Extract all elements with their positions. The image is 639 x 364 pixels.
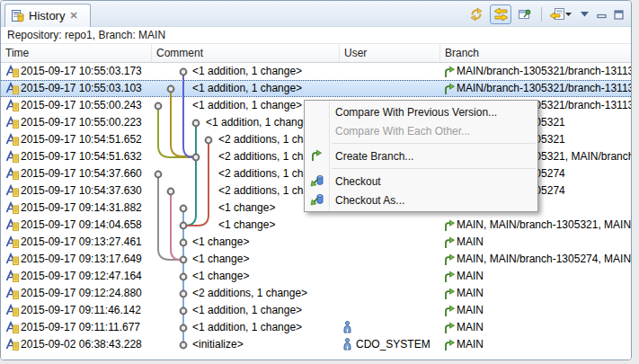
table-row[interactable]: 2015-09-02 06:38:43.228<initialize>CDO_S… (1, 336, 631, 353)
menu-item-label: Checkout As... (335, 194, 404, 207)
checkout-icon (310, 174, 324, 187)
branch-cell: MAIN (457, 304, 484, 316)
time-cell: 2015-09-17 10:55:03.173 (21, 65, 142, 77)
comment-cell: <1 addition, 1 change> (206, 116, 315, 129)
person-icon (343, 338, 351, 351)
comment-cell: <1 change> (192, 235, 249, 248)
branch-icon (443, 66, 455, 78)
commit-icon (5, 116, 19, 129)
comment-cell: <1 change> (218, 201, 275, 214)
table-row[interactable]: 2015-09-17 09:13:27.461<1 change>MAIN (1, 234, 631, 251)
branch-icon (443, 322, 455, 334)
menu-item-checkout-as[interactable]: Checkout As... (305, 191, 537, 209)
maximize-icon[interactable] (611, 4, 626, 24)
branch-cell: MAIN (457, 338, 484, 351)
column-header-comment[interactable]: Comment (152, 44, 340, 62)
commit-icon (5, 338, 19, 351)
time-cell: 2015-09-17 10:54:37.630 (21, 184, 142, 197)
menu-item-label: Checkout (335, 175, 381, 188)
table-row[interactable]: 2015-09-17 09:14:04.658<1 change>MAIN, M… (1, 217, 631, 234)
table-header: TimeCommentUserBranch (1, 43, 631, 63)
branch-cell: MAIN, MAIN/branch-1305321, MAIN, (457, 218, 631, 231)
refresh-icon[interactable] (466, 4, 487, 24)
column-header-time[interactable]: Time (1, 44, 152, 62)
menu-item-compare-with-previous-version[interactable]: Compare With Previous Version... (305, 102, 537, 121)
branch-cell: MAIN, MAIN/branch-1305274, MAIN, (457, 253, 631, 265)
time-cell: 2015-09-17 09:13:17.649 (21, 253, 142, 265)
time-cell: 2015-09-17 09:13:27.461 (21, 235, 142, 248)
pin-view-icon[interactable] (514, 4, 536, 24)
branch-icon (443, 236, 455, 249)
time-cell: 2015-09-02 06:38:43.228 (21, 338, 142, 351)
column-header-branch[interactable]: Branch (440, 44, 631, 62)
column-header-user[interactable]: User (340, 44, 440, 62)
table-row[interactable]: 2015-09-17 09:11:46.142<1 addition, 1 ch… (1, 302, 631, 319)
branch-icon (443, 339, 455, 351)
commit-icon (5, 218, 19, 232)
commit-icon (5, 201, 19, 215)
filter-menu-icon[interactable] (547, 4, 574, 24)
branch-icon (310, 149, 322, 162)
person-icon (343, 321, 351, 333)
comment-cell: <initialize> (192, 338, 244, 351)
menu-item-create-branch[interactable]: Create Branch... (305, 146, 537, 165)
toolbar-separator (541, 7, 542, 22)
table-row[interactable]: 2015-09-17 09:13:17.649<1 change>MAIN, M… (1, 251, 631, 268)
comment-cell: <2 additions, 1 change> (192, 287, 307, 299)
menu-item-checkout[interactable]: Checkout (305, 172, 537, 191)
comment-cell: <1 addition, 1 change> (192, 304, 302, 316)
tab-history[interactable]: History ✕ (4, 4, 91, 27)
comment-cell: <1 addition, 1 change> (192, 65, 302, 77)
table-row[interactable]: 2015-09-17 10:55:03.173<1 addition, 1 ch… (1, 63, 631, 80)
time-cell: 2015-09-17 09:11:46.142 (21, 304, 141, 316)
tab-title: History (29, 9, 65, 22)
time-cell: 2015-09-17 10:54:51.632 (21, 150, 142, 163)
branch-cell: MAIN (457, 235, 484, 248)
commit-icon (5, 287, 19, 300)
commit-icon (5, 82, 19, 95)
comment-cell: <1 addition, 1 change> (192, 82, 302, 94)
commit-icon (5, 65, 19, 78)
comment-cell: <1 addition, 1 change> (192, 321, 302, 333)
table-row[interactable]: 2015-09-17 09:12:24.880<2 additions, 1 c… (1, 285, 631, 302)
menu-item-compare-with-each-other: Compare With Each Other... (305, 121, 537, 140)
commit-icon (5, 150, 19, 164)
time-cell: 2015-09-17 09:14:31.882 (21, 201, 142, 214)
time-cell: 2015-09-17 09:12:47.164 (21, 270, 142, 282)
history-view-icon (11, 9, 24, 22)
user-cell: CDO_SYSTEM (356, 338, 430, 351)
tab-close-icon[interactable]: ✕ (69, 10, 77, 22)
minimize-icon[interactable] (594, 4, 608, 24)
commit-icon (5, 321, 19, 334)
time-cell: 2015-09-17 09:11:11.677 (21, 321, 140, 333)
branch-cell: MAIN (457, 270, 484, 282)
history-view: History ✕ (0, 0, 632, 360)
branch-cell: MAIN (457, 321, 484, 333)
commit-icon (5, 99, 19, 112)
branch-icon (443, 288, 455, 300)
time-cell: 2015-09-17 09:12:24.880 (21, 287, 142, 299)
table-row-selected[interactable]: 2015-09-17 10:55:03.103<1 addition, 1 ch… (1, 80, 631, 97)
commit-icon (5, 167, 19, 181)
time-cell: 2015-09-17 10:55:03.103 (21, 82, 142, 94)
commit-icon (5, 270, 19, 283)
view-toolbar (466, 4, 626, 25)
branch-icon (443, 271, 455, 283)
commit-icon (5, 253, 19, 266)
branch-cell: MAIN/branch-1305321/branch-13113 (457, 82, 631, 94)
comment-cell: <1 change> (192, 270, 249, 282)
comment-cell: <1 change> (192, 253, 249, 265)
comment-cell: <1 change> (218, 218, 275, 231)
comment-cell: <1 addition, 1 change> (192, 99, 302, 111)
commit-icon (5, 133, 19, 146)
commit-icon (5, 235, 19, 249)
link-with-selection-toggle-icon[interactable] (490, 4, 511, 24)
table-row[interactable]: 2015-09-17 09:11:11.677<1 addition, 1 ch… (1, 319, 631, 336)
commit-icon (5, 304, 19, 317)
commit-icon (5, 184, 19, 198)
checkout-icon (310, 193, 324, 206)
repository-branch-label: Repository: repo1, Branch: MAIN (1, 27, 631, 43)
view-menu-chevron-icon[interactable] (577, 4, 591, 24)
table-row[interactable]: 2015-09-17 09:12:47.164<1 change>MAIN (1, 268, 631, 285)
menu-item-label: Compare With Each Other... (335, 125, 470, 138)
